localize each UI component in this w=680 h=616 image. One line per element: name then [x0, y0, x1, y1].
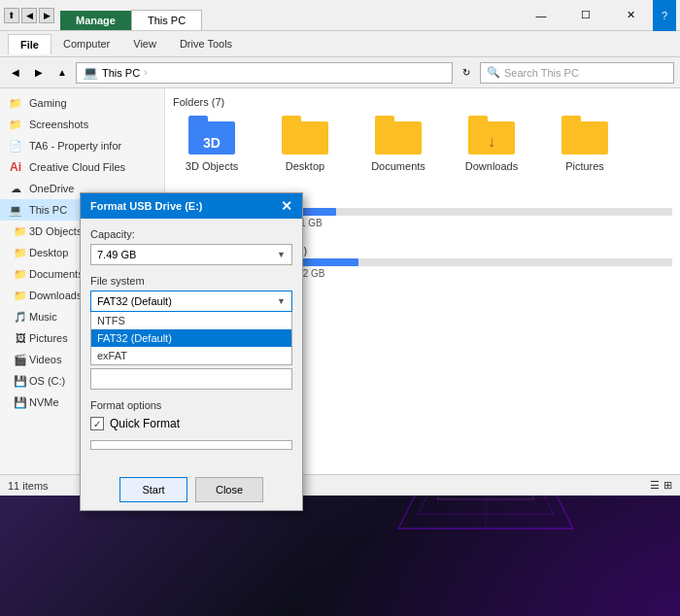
title-bar-buttons: ⬆ ◀ ▶: [4, 8, 54, 23]
tb-fwd[interactable]: ▶: [39, 8, 54, 23]
ribbon-tabs: File Computer View Drive Tools: [0, 31, 680, 56]
cloud-icon: ☁: [8, 181, 23, 196]
capacity-value: 7.49 GB: [97, 249, 136, 260]
tab-manage[interactable]: Manage: [60, 11, 131, 30]
refresh-button[interactable]: ↻: [457, 63, 476, 83]
quick-format-checkbox[interactable]: ✓: [90, 417, 104, 430]
option-ntfs[interactable]: NTFS: [91, 312, 291, 329]
folders-title: Folders (7): [173, 96, 672, 108]
filesystem-dropdown: NTFS FAT32 (Default) exFAT: [90, 312, 292, 365]
folder-documents[interactable]: Documents: [359, 116, 437, 172]
ribbon-tab-computer[interactable]: Computer: [51, 34, 121, 53]
ribbon-tab-view[interactable]: View: [121, 34, 168, 53]
folder-label: Downloads: [465, 160, 518, 172]
folder-icon-desktop: [282, 116, 328, 154]
doc-icon: 📄: [8, 138, 23, 154]
folder-icon: 📁: [8, 288, 23, 303]
forward-button[interactable]: ▶: [29, 63, 49, 83]
sidebar-item-creative-cloud[interactable]: Ai Creative Cloud Files: [0, 156, 164, 178]
status-right: ☰ ⊞: [650, 479, 672, 492]
search-box[interactable]: 🔍 Search This PC: [480, 62, 674, 84]
address-bar: ◀ ▶ ▲ 💻 This PC › ↻ 🔍 Search This PC: [0, 57, 680, 88]
folder-label: Pictures: [565, 160, 604, 172]
pc-icon: 💻: [8, 202, 23, 218]
folders-grid: 3D 3D Objects Desktop: [173, 116, 672, 172]
title-bar-tabs: Manage This PC: [60, 0, 519, 30]
status-items: 11 items: [8, 480, 49, 492]
folder-icon: 📁: [8, 223, 23, 239]
start-button[interactable]: Start: [119, 477, 187, 502]
folder-icon: 📁: [8, 117, 23, 132]
sidebar-item-gaming[interactable]: 📁 Gaming: [0, 92, 164, 114]
dialog-title: Format USB Drive (E:): [90, 200, 203, 212]
tb-back[interactable]: ◀: [21, 8, 37, 23]
folder-label: Desktop: [286, 160, 324, 172]
up-button[interactable]: ▲: [52, 63, 72, 83]
filesystem-label: File system: [90, 275, 292, 287]
filesystem-value: FAT32 (Default): [97, 295, 172, 307]
folder-desktop[interactable]: Desktop: [266, 116, 344, 172]
folder-icon-documents: [375, 116, 422, 154]
option-exfat[interactable]: exFAT: [91, 347, 291, 364]
ribbon-tab-drivetools[interactable]: Drive Tools: [168, 34, 244, 53]
sidebar-item-ta6[interactable]: 📄 TA6 - Property infor: [0, 135, 164, 156]
video-icon: 🎬: [8, 352, 23, 367]
drive-icon: 💾: [8, 394, 23, 410]
option-fat32[interactable]: FAT32 (Default): [91, 329, 291, 347]
capacity-select-wrap: 7.49 GB ▼: [90, 244, 292, 265]
minimize-button[interactable]: —: [519, 0, 563, 31]
search-icon: 🔍: [487, 66, 500, 79]
folder-downloads[interactable]: ↓ Downloads: [453, 116, 530, 172]
tab-this-pc[interactable]: This PC: [131, 10, 202, 30]
sidebar-item-screenshots[interactable]: 📁 Screenshots: [0, 114, 164, 135]
folder-icon: 📁: [8, 95, 23, 111]
capacity-arrow: ▼: [277, 250, 286, 259]
format-dialog[interactable]: Format USB Drive (E:) ✕ Capacity: 7.49 G…: [80, 192, 303, 511]
dialog-body: Capacity: 7.49 GB ▼ File system FAT32 (D…: [81, 219, 302, 469]
title-bar-controls: — ☐ ✕ ?: [519, 0, 676, 31]
format-options-label: Format options: [90, 399, 292, 411]
view-list-icon[interactable]: ☰: [650, 479, 660, 492]
pictures-icon: 🖼: [8, 330, 23, 346]
folder-icon: 📁: [8, 266, 23, 282]
dialog-title-bar: Format USB Drive (E:) ✕: [81, 193, 302, 219]
view-grid-icon[interactable]: ⊞: [663, 479, 672, 492]
cc-icon: Ai: [8, 159, 23, 175]
folder-icon-3d: 3D: [188, 116, 235, 154]
close-dialog-button[interactable]: Close: [195, 477, 263, 502]
progress-bar: [90, 440, 292, 450]
folder-icon: 📁: [8, 245, 23, 260]
quick-format-wrap: ✓ Quick Format: [90, 417, 292, 430]
folder-3d-objects[interactable]: 3D 3D Objects: [173, 116, 251, 172]
title-bar: ⬆ ◀ ▶ Manage This PC — ☐ ✕ ?: [0, 0, 680, 31]
folder-label: 3D Objects: [186, 160, 238, 172]
help-button[interactable]: ?: [653, 0, 676, 31]
filesystem-select-wrap: FAT32 (Default) ▼ NTFS FAT32 (Default) e…: [90, 291, 292, 312]
folder-icon-downloads: ↓: [468, 116, 515, 154]
ribbon-tab-file[interactable]: File: [8, 34, 51, 54]
capacity-label: Capacity:: [90, 228, 292, 240]
close-button[interactable]: ✕: [608, 0, 653, 31]
ribbon: File Computer View Drive Tools: [0, 31, 680, 57]
folder-label: Documents: [371, 160, 425, 172]
folder-icon-pictures: [561, 116, 608, 154]
drive-icon: 💾: [8, 373, 23, 389]
back-button[interactable]: ◀: [6, 63, 25, 83]
quick-format-label: Quick Format: [110, 417, 180, 430]
quick-access-btn[interactable]: ⬆: [4, 8, 19, 23]
dialog-close-button[interactable]: ✕: [281, 199, 292, 213]
dialog-buttons: Start Close: [81, 469, 302, 510]
music-icon: 🎵: [8, 309, 23, 325]
filesystem-arrow: ▼: [277, 296, 286, 306]
volume-label-input[interactable]: [90, 368, 292, 390]
folder-pictures[interactable]: Pictures: [546, 116, 624, 172]
maximize-button[interactable]: ☐: [563, 0, 608, 31]
filesystem-select[interactable]: FAT32 (Default) ▼: [90, 291, 292, 312]
address-input[interactable]: 💻 This PC ›: [76, 62, 453, 84]
capacity-select[interactable]: 7.49 GB ▼: [90, 244, 292, 265]
